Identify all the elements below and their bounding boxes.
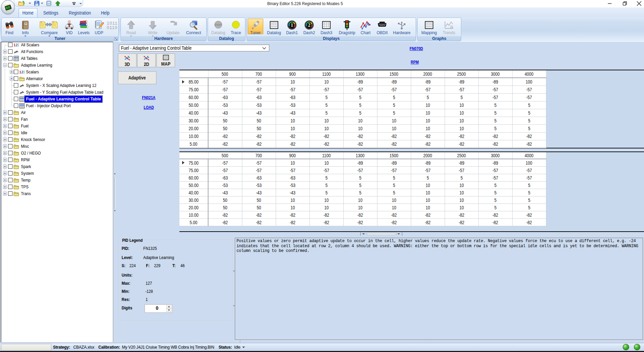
svg-text:123: 123 <box>19 70 25 74</box>
svg-text:G: G <box>450 25 453 29</box>
svg-text:2: 2 <box>308 23 311 28</box>
svg-text:START: START <box>215 24 222 26</box>
svg-text:T: T <box>53 21 54 23</box>
svg-text:1: 1 <box>291 23 293 28</box>
svg-text:T: T <box>41 21 42 23</box>
svg-text:123: 123 <box>14 43 19 47</box>
